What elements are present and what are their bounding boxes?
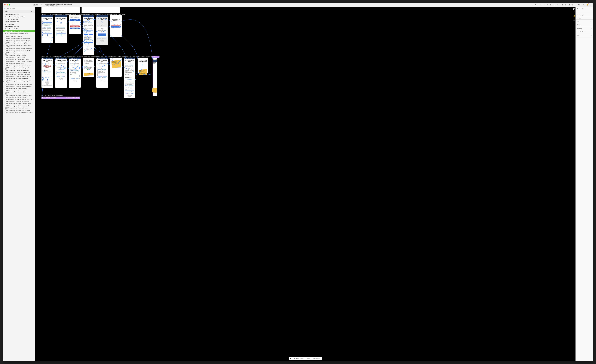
chevron-right-icon[interactable]: ▸ [3, 40, 4, 41]
tab-align-center[interactable]: ≡ [579, 7, 581, 10]
artboard-revoked[interactable]: virtruSecure Reader ACH160 Fuselage File… [41, 58, 53, 88]
layout-icon[interactable]: ▦ [549, 4, 552, 6]
layer-item[interactable]: ▸SR threading - mobile - failed B [3, 63, 35, 65]
chevron-right-icon[interactable]: ▸ [3, 45, 4, 46]
insert-button[interactable]: ＋ ▾ [40, 4, 44, 6]
artboard-contact-sender[interactable]: Effectively clicking a mailto link to op… [83, 58, 94, 77]
chevron-right-icon[interactable]: ▸ [3, 54, 4, 56]
intersect-icon[interactable]: ◩ [568, 4, 571, 6]
artboard-decision-tree[interactable]: Back-end DECISION Decrypting a prev mess… [69, 15, 81, 34]
layer-item[interactable]: ▸SR threading - desktop - decrypting dec… [3, 80, 35, 83]
layer-item[interactable]: ▸SR threading - desktop - sent message [3, 109, 35, 111]
add-icon[interactable]: ＋ [590, 31, 592, 33]
chevron-right-icon[interactable]: ▸ [3, 48, 4, 49]
layer-item[interactable]: ▸intro - SR threading 2021 [3, 35, 35, 37]
layer-item[interactable]: ▸SR threading - mobile - sent message [3, 69, 35, 71]
subtract-icon[interactable]: ◨ [565, 4, 567, 6]
chevron-right-icon[interactable]: ▸ [3, 88, 4, 89]
layer-item[interactable]: ▸SR threading - mobile - decrypting deci… [3, 44, 35, 48]
page-item[interactable]: security pills exploration [3, 21, 35, 23]
chevron-right-icon[interactable]: ▸ [3, 97, 4, 98]
sidebar-toggle-icon[interactable]: ▥ [33, 4, 36, 6]
chevron-right-icon[interactable]: ▸ [3, 36, 4, 37]
chevron-right-icon[interactable]: ▸ [3, 107, 4, 109]
layer-item[interactable]: ▸SR threading - desktop - expired [3, 90, 35, 92]
tab-align-mid[interactable]: ⫞ [587, 7, 590, 10]
layer-item[interactable]: ▸SR threading - mobile - decrypting [3, 42, 35, 44]
artboard-label[interactable]: SR threading…sent message [138, 56, 153, 58]
chevron-right-icon[interactable]: ▸ [3, 81, 4, 82]
minimize-window-button[interactable] [7, 4, 8, 6]
artboard-not-authorized[interactable]: virtruSecure Reader ACH160 Fuselage File… [69, 58, 81, 88]
chevron-right-icon[interactable]: ▸ [3, 59, 4, 60]
layer-item[interactable]: ▸SR threading - desktop - no auth decryp… [3, 83, 35, 85]
layer-item[interactable]: ▸SR threading - mobile - no auth decrypt… [3, 48, 35, 50]
play-icon[interactable]: ▷ [583, 4, 585, 6]
chevron-right-icon[interactable]: ▸ [3, 42, 4, 44]
layer-item[interactable]: ▸SR threading - desktop - not authentica… [3, 85, 35, 88]
chevron-right-icon[interactable]: ▸ [3, 72, 4, 73]
layer-item[interactable]: ▸intro - SR threading 2021 - desktop web [3, 73, 35, 75]
layer-item[interactable]: ▸SR threading - mobile - contact the sen… [3, 60, 35, 63]
link-icon[interactable]: ⇄ [546, 4, 549, 6]
zoom-control[interactable]: 44% ▾ [576, 4, 582, 6]
export-icon[interactable]: ⤓ [539, 4, 542, 6]
chevron-right-icon[interactable]: ▸ [3, 101, 4, 102]
account-icon[interactable]: ☻ [589, 4, 592, 6]
artboard-label[interactable]: SR threading…uth decrypted [83, 14, 98, 15]
edit-icon[interactable]: ✎ [553, 4, 555, 6]
inspect-tab-icon[interactable]: A [573, 19, 575, 21]
chevron-right-icon[interactable]: ▸ [3, 105, 4, 106]
artboard-label[interactable]: SR threading…bile - revoked [41, 56, 57, 58]
chevron-right-icon[interactable]: ▸ [3, 110, 4, 111]
artboard-label[interactable]: SR threading…ore to decrypt [41, 14, 57, 15]
chevron-right-icon[interactable]: ▸ [3, 38, 4, 39]
artboard-expired[interactable]: virtruSecure Reader ACH160 Fuselage File… [55, 58, 67, 88]
tab-dist-h[interactable]: ⇔ [576, 13, 579, 17]
artboard-label[interactable]: SR threading…- all decrypted [124, 56, 140, 58]
layer-item[interactable]: ▸SR threading - mobile - not authorized [3, 58, 35, 60]
layer-item[interactable]: ▸intro - SR threading 2021 - mobile web [3, 37, 35, 40]
chevron-right-icon[interactable]: ▸ [3, 50, 4, 51]
chevron-right-icon[interactable]: ▸ [3, 112, 4, 113]
difference-icon[interactable]: ◪ [571, 4, 574, 6]
artboard-label[interactable]: SR threading…ed B - support [110, 56, 126, 58]
layer-item[interactable]: ▸SR threading - desktop - not authorized [3, 92, 35, 94]
layer-item[interactable]: ▸SR threading - 2021-08 customer newslet… [3, 111, 35, 113]
chevron-right-icon[interactable]: ▸ [3, 57, 4, 58]
layer-item[interactable]: ▸SR threading - mobile - states overview [3, 71, 35, 73]
design-tab-icon[interactable]: ◧ [573, 8, 575, 10]
tab-align-bot[interactable]: ⫟ [590, 7, 593, 10]
artboard-top-right[interactable] [82, 7, 120, 13]
notifications-icon[interactable]: 🔔1 [586, 4, 589, 6]
chevron-right-icon[interactable]: ▸ [3, 61, 4, 62]
layer-item[interactable]: ▸SR threading - mobile - auth prompt [3, 52, 35, 54]
layer-item[interactable]: ▸SR threading - desktop - decrypting [3, 78, 35, 80]
page-item[interactable]: after sent message UX [3, 18, 35, 21]
artboard-support[interactable]: ◀ Back Designer's notes Re-use the exist… [110, 58, 122, 77]
page-item[interactable]: One Click 2021 [3, 23, 35, 25]
add-icon[interactable]: ＋ [590, 35, 592, 37]
artboard-sent-message[interactable]: Placeholder for current ▮ SR reply form … [138, 58, 148, 73]
tab-align-left[interactable]: ▤ [576, 7, 579, 10]
search-layers[interactable]: 🔍 Search Layers [3, 7, 35, 10]
chevron-right-icon[interactable]: ▸ [3, 76, 4, 77]
layer-item[interactable]: ▸SR threading - desktop - cancelled repl… [3, 103, 35, 105]
page-item[interactable]: UT for Secure Reader Threading - 2021 [3, 32, 35, 35]
artboard-label[interactable]: SR threading…obile - expired [55, 56, 71, 58]
collapse-pages-icon[interactable]: ⌄ [33, 11, 34, 12]
chevron-right-icon[interactable]: ▸ [3, 99, 4, 100]
page-item[interactable]: Secure Reader (desktop) [3, 13, 35, 16]
layer-item[interactable]: ▸SR threading - desktop - auth prompt [3, 107, 35, 109]
tab-tidy[interactable]: ◫ [581, 13, 584, 17]
prototype-icon[interactable]: ⚙ [543, 4, 545, 6]
add-icon[interactable]: ＋ [590, 20, 592, 22]
artboard-all-decrypted[interactable]: virtruSecure Reader ACH160 Fuselage File… [124, 58, 135, 98]
page-item[interactable]: Secure Reader (2021 Threading) [3, 30, 35, 32]
components-view-icon[interactable]: ▦ [36, 4, 38, 6]
export-tab-icon[interactable]: ⤴ [574, 12, 574, 14]
layer-item[interactable]: ▸SR threading - mobile - not authenticat… [3, 50, 35, 52]
layer-item[interactable]: ▸SR threading - desktop - all decrypted [3, 100, 35, 103]
tab-align-top[interactable]: ⫠ [584, 7, 587, 10]
chevron-right-icon[interactable]: ▸ [3, 69, 4, 71]
